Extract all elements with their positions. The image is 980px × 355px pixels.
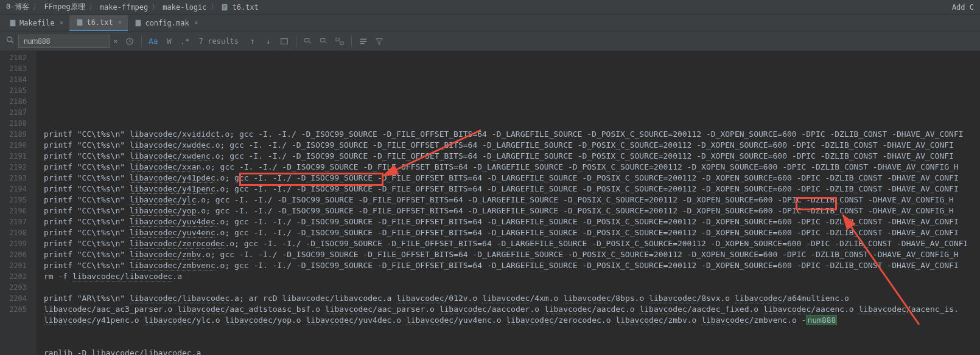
code-line: printf "CC\t%s\n" libavcodec/zmbvenc.o; … bbox=[37, 260, 980, 271]
add-config-button[interactable]: Add C bbox=[952, 3, 974, 12]
svg-text:+: + bbox=[309, 41, 312, 46]
file-icon bbox=[75, 18, 84, 27]
code-line: printf "CC\t%s\n" libavcodec/y41pdec.o; … bbox=[37, 173, 980, 184]
code-line: rm -f libavcodec/libavcodec.a bbox=[37, 271, 980, 282]
chevron-right-icon: 〉 bbox=[152, 2, 159, 12]
breadcrumb-item[interactable]: make-ffmpeg bbox=[100, 3, 148, 12]
breadcrumb-item[interactable]: 0-博客 bbox=[6, 2, 29, 12]
svg-rect-3 bbox=[223, 7, 225, 8]
prev-match-icon[interactable]: ↑ bbox=[247, 36, 258, 46]
separator bbox=[351, 36, 352, 47]
chevron-right-icon: 〉 bbox=[89, 2, 96, 12]
close-icon[interactable]: × bbox=[194, 19, 198, 27]
search-icon bbox=[6, 36, 15, 46]
code-line: printf "CC\t%s\n" libavcodec/xwdenc.o; g… bbox=[37, 151, 980, 162]
svg-rect-2 bbox=[223, 7, 226, 7]
breadcrumb-item[interactable]: FFmpeg原理 bbox=[44, 2, 85, 12]
code-line: printf "CC\t%s\n" libavcodec/ylc.o; gcc … bbox=[37, 195, 980, 205]
match-word-button[interactable]: W bbox=[164, 36, 175, 46]
close-icon[interactable]: × bbox=[118, 18, 122, 26]
svg-rect-6 bbox=[136, 19, 141, 26]
search-bar: × Aa W .* 7 results ↑ ↓ + − bbox=[0, 32, 980, 51]
separator bbox=[296, 36, 296, 47]
breadcrumb: 0-博客 〉 FFmpeg原理 〉 make-ffmpeg 〉 make-log… bbox=[0, 0, 980, 15]
settings-icon[interactable] bbox=[358, 37, 369, 46]
select-all-icon[interactable] bbox=[279, 37, 290, 46]
svg-rect-10 bbox=[281, 38, 288, 44]
svg-point-7 bbox=[7, 37, 12, 42]
chevron-right-icon: 〉 bbox=[33, 2, 40, 12]
select-all-occurrences-icon[interactable] bbox=[334, 37, 345, 46]
tab-label: Makefile bbox=[19, 19, 55, 27]
search-input[interactable] bbox=[18, 35, 110, 48]
filter-icon[interactable] bbox=[374, 37, 385, 46]
file-icon bbox=[220, 3, 229, 12]
match-case-button[interactable]: Aa bbox=[148, 36, 159, 46]
svg-rect-11 bbox=[305, 38, 309, 41]
svg-rect-17 bbox=[360, 38, 367, 40]
tab-makefile[interactable]: Makefile × bbox=[2, 15, 69, 31]
svg-rect-19 bbox=[360, 43, 365, 44]
tab-t6[interactable]: t6.txt × bbox=[69, 15, 128, 31]
tab-label: config.mak bbox=[145, 19, 189, 27]
svg-rect-18 bbox=[360, 41, 367, 42]
code-line bbox=[37, 337, 980, 348]
regex-button[interactable]: .* bbox=[180, 36, 191, 46]
separator bbox=[141, 36, 142, 47]
results-count: 7 results bbox=[199, 37, 239, 46]
remove-selection-icon[interactable]: − bbox=[318, 37, 329, 46]
breadcrumb-item[interactable]: make-logic bbox=[163, 3, 206, 12]
clear-search-icon[interactable]: × bbox=[113, 36, 118, 46]
code-line: printf "CC\t%s\n" libavcodec/xwddec.o; g… bbox=[37, 140, 980, 151]
next-match-icon[interactable]: ↓ bbox=[263, 36, 274, 46]
code-line: printf "CC\t%s\n" libavcodec/yop.o; gcc … bbox=[37, 205, 980, 216]
svg-rect-1 bbox=[223, 5, 226, 6]
svg-rect-4 bbox=[10, 19, 16, 26]
history-icon[interactable] bbox=[124, 37, 135, 46]
code-line: printf "CC\t%s\n" libavcodec/xxan.o; gcc… bbox=[37, 162, 980, 173]
editor-tabs: Makefile × t6.txt × config.mak × bbox=[0, 15, 980, 32]
file-icon bbox=[9, 19, 17, 27]
code-line bbox=[37, 282, 980, 293]
code-line: printf "CC\t%s\n" libavcodec/y41penc.o; … bbox=[37, 184, 980, 195]
svg-text:−: − bbox=[325, 41, 327, 46]
code-line: printf "CC\t%s\n" libavcodec/zmbv.o; gcc… bbox=[37, 249, 980, 260]
code-line: printf "CC\t%s\n" libavcodec/yuv4enc.o; … bbox=[37, 227, 980, 238]
file-icon bbox=[134, 19, 142, 27]
svg-rect-15 bbox=[336, 38, 339, 40]
add-selection-icon[interactable]: + bbox=[303, 37, 313, 46]
close-icon[interactable]: × bbox=[60, 19, 64, 27]
code-line: ranlib -D libavcodec/libavcodec.a bbox=[37, 348, 980, 355]
chevron-right-icon: 〉 bbox=[211, 2, 218, 12]
tab-label: t6.txt bbox=[86, 18, 113, 27]
code-line: printf "AR\t%s\n" libavcodec/libavcodec.… bbox=[37, 293, 980, 304]
code-area[interactable]: printf "CC\t%s\n" libavcodec/xvididct.o;… bbox=[37, 51, 980, 355]
code-line: printf "CC\t%s\n" libavcodec/xvididct.o;… bbox=[37, 129, 980, 140]
svg-rect-5 bbox=[77, 19, 83, 26]
code-line: printf "CC\t%s\n" libavcodec/yuv4dec.o; … bbox=[37, 216, 980, 227]
svg-rect-13 bbox=[321, 38, 325, 41]
code-line: libavcodec/aac_ac3_parser.o libavcodec/a… bbox=[37, 304, 980, 315]
code-line bbox=[37, 326, 980, 337]
line-gutter: 2182218321842185218621872188218921902191… bbox=[0, 51, 37, 355]
svg-line-8 bbox=[12, 41, 14, 44]
tab-config-mak[interactable]: config.mak × bbox=[128, 15, 204, 31]
code-line: printf "CC\t%s\n" libavcodec/zerocodec.o… bbox=[37, 238, 980, 249]
editor: 2182218321842185218621872188218921902191… bbox=[0, 51, 980, 355]
breadcrumb-item[interactable]: t6.txt bbox=[233, 3, 259, 12]
svg-rect-16 bbox=[340, 41, 343, 44]
code-line: libavcodec/y41penc.o libavcodec/ylc.o li… bbox=[37, 315, 980, 326]
